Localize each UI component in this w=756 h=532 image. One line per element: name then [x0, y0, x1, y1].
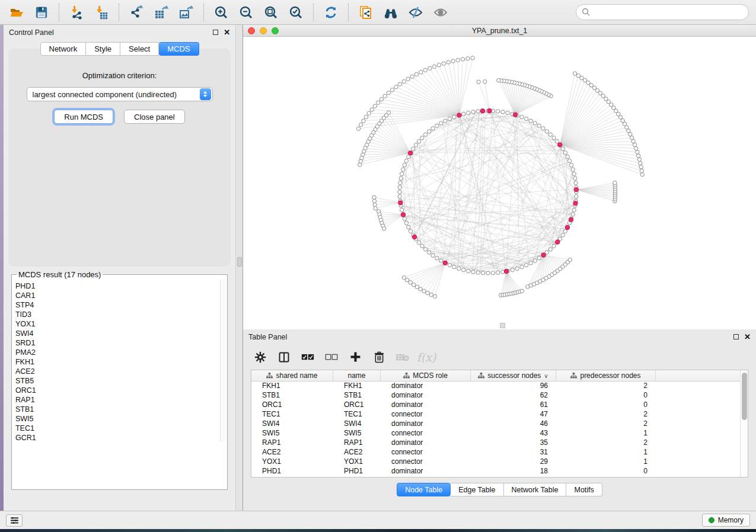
cell-predecessor-nodes[interactable]: 1 [556, 457, 656, 467]
cell-name[interactable]: FKH1 [333, 382, 381, 391]
close-panel-icon[interactable]: ✕ [744, 334, 751, 339]
search-input[interactable] [594, 8, 743, 17]
network-graph[interactable] [243, 37, 756, 329]
cell-MCDS-role[interactable]: dominator [381, 391, 471, 400]
mcds-result-scrollbar[interactable] [220, 280, 227, 442]
horizontal-splitter-grip-icon[interactable] [500, 323, 505, 328]
mcds-node-item[interactable]: TEC1 [15, 424, 227, 433]
network-view-canvas[interactable] [243, 37, 756, 329]
table-row[interactable]: TEC1TEC1connector472 [251, 410, 740, 419]
cell-MCDS-role[interactable]: dominator [381, 419, 471, 429]
open-session-button[interactable] [5, 2, 28, 23]
table-row[interactable]: FKH1FKH1dominator962 [251, 382, 740, 391]
tab-motifs[interactable]: Motifs [566, 483, 602, 496]
tab-style[interactable]: Style [86, 42, 120, 56]
import-table-button[interactable] [90, 2, 113, 23]
cell-successor-nodes[interactable]: 35 [471, 438, 556, 448]
cell-predecessor-nodes[interactable]: 2 [556, 382, 656, 391]
cell-predecessor-nodes[interactable]: 0 [556, 400, 656, 410]
hide-graphics-details-button[interactable] [404, 2, 428, 23]
cell-name[interactable]: PHD1 [333, 467, 381, 476]
export-table-button[interactable] [149, 2, 173, 23]
float-window-icon[interactable] [733, 334, 739, 339]
cell-successor-nodes[interactable]: 96 [471, 382, 556, 391]
zoom-out-button[interactable] [234, 2, 258, 23]
mcds-node-item[interactable]: SWI4 [15, 329, 227, 338]
mcds-node-item[interactable]: FKH1 [15, 357, 227, 367]
cell-shared-name[interactable]: RAP1 [251, 438, 333, 448]
save-session-button[interactable] [30, 2, 53, 23]
cell-shared-name[interactable]: SWI4 [251, 419, 333, 429]
column-header-shared-name[interactable]: shared name [251, 370, 333, 381]
mcds-node-item[interactable]: SWI5 [15, 414, 227, 424]
optimization-criterion-select[interactable]: largest connected component (undirected) [27, 87, 213, 101]
table-row[interactable]: ORC1ORC1dominator610 [251, 400, 740, 410]
mcds-node-item[interactable]: PHD1 [15, 281, 227, 291]
mcds-node-item[interactable]: TID3 [15, 310, 227, 319]
tab-network-table[interactable]: Network Table [504, 483, 567, 496]
mcds-node-item[interactable]: RAP1 [15, 395, 227, 405]
tab-mcds[interactable]: MCDS [159, 42, 199, 56]
find-button[interactable] [379, 2, 403, 23]
mcds-node-item[interactable]: ORC1 [15, 386, 227, 395]
cell-name[interactable]: SWI5 [333, 429, 381, 438]
delete-table-button[interactable] [394, 348, 412, 366]
cell-predecessor-nodes[interactable]: 0 [556, 467, 656, 476]
zoom-selected-button[interactable] [284, 2, 308, 23]
show-graphics-details-button[interactable] [429, 2, 452, 23]
function-builder-button[interactable]: f(x) [417, 348, 435, 366]
cell-name[interactable]: ORC1 [333, 400, 381, 410]
splitter-grip-icon[interactable] [237, 257, 242, 267]
cell-predecessor-nodes[interactable]: 1 [556, 429, 656, 438]
column-header-predecessor-nodes[interactable]: predecessor nodes [556, 370, 656, 381]
memory-button[interactable]: Memory [702, 514, 750, 527]
cell-successor-nodes[interactable]: 29 [471, 457, 556, 467]
show-column-button[interactable] [275, 348, 293, 366]
table-row[interactable]: SWI5SWI5connector431 [251, 429, 740, 438]
cell-shared-name[interactable]: YOX1 [251, 457, 333, 467]
window-close-icon[interactable] [248, 27, 255, 34]
table-row[interactable]: SWI4SWI4dominator462 [251, 419, 740, 429]
tab-select[interactable]: Select [120, 42, 159, 56]
cell-MCDS-role[interactable]: dominator [381, 438, 471, 448]
show-panels-button[interactable] [6, 514, 23, 527]
cell-shared-name[interactable]: ORC1 [251, 400, 333, 410]
tab-edge-table[interactable]: Edge Table [451, 483, 503, 496]
cell-name[interactable]: RAP1 [333, 438, 381, 448]
cell-successor-nodes[interactable]: 47 [471, 410, 556, 419]
cell-name[interactable]: SWI4 [333, 419, 381, 429]
clone-network-button[interactable] [354, 2, 378, 23]
cell-successor-nodes[interactable]: 31 [471, 448, 556, 457]
mcds-node-item[interactable]: YOX1 [15, 319, 227, 329]
delete-column-button[interactable] [370, 348, 388, 366]
add-column-button[interactable] [346, 348, 364, 366]
select-all-button[interactable] [299, 348, 317, 366]
export-network-button[interactable] [125, 2, 148, 23]
cell-shared-name[interactable]: ACE2 [251, 448, 333, 457]
window-minimize-icon[interactable] [260, 27, 267, 34]
cell-MCDS-role[interactable]: dominator [381, 467, 471, 476]
cell-MCDS-role[interactable]: connector [381, 457, 471, 467]
cell-successor-nodes[interactable]: 61 [471, 400, 556, 410]
cell-shared-name[interactable]: STB1 [251, 391, 333, 400]
mcds-node-item[interactable]: SRD1 [15, 338, 227, 348]
cell-predecessor-nodes[interactable]: 2 [556, 438, 656, 448]
cell-name[interactable]: ACE2 [333, 448, 381, 457]
mcds-node-item[interactable]: GCR1 [15, 433, 227, 443]
cell-shared-name[interactable]: TEC1 [251, 410, 333, 419]
mcds-node-item[interactable]: STP4 [15, 300, 227, 310]
cell-predecessor-nodes[interactable]: 2 [556, 410, 656, 419]
run-mcds-button[interactable]: Run MCDS [54, 110, 113, 124]
refresh-button[interactable] [319, 2, 343, 23]
cell-MCDS-role[interactable]: dominator [381, 382, 471, 391]
mcds-node-item[interactable]: ACE2 [15, 367, 227, 376]
cell-shared-name[interactable]: PHD1 [251, 467, 333, 476]
close-panel-icon[interactable]: ✕ [224, 30, 230, 35]
cell-predecessor-nodes[interactable]: 1 [556, 448, 656, 457]
table-vertical-scrollbar[interactable] [740, 370, 748, 477]
mcds-node-item[interactable]: STB5 [15, 376, 227, 386]
cell-MCDS-role[interactable]: connector [381, 410, 471, 419]
tab-network[interactable]: Network [40, 42, 87, 56]
scrollbar-thumb[interactable] [742, 373, 747, 420]
table-row[interactable]: YOX1YOX1connector291 [251, 457, 740, 467]
